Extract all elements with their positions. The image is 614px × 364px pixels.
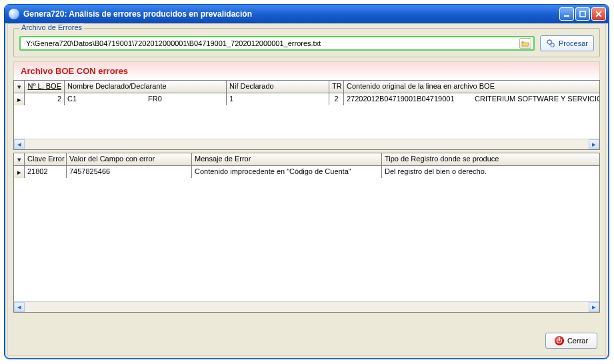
cell: 27202012B04719001B04719001 CRITERIUM SOF… — [344, 93, 599, 105]
scroll-left-icon[interactable]: ◂ — [14, 302, 25, 312]
table-row[interactable]: ▸ 2 C1 FR0 1 2 27202012B04719001B0471900… — [14, 93, 599, 105]
client-area: Archivo de Errores — [7, 23, 606, 356]
folder-open-icon — [521, 40, 529, 47]
close-dialog-button[interactable]: Cerrar — [545, 333, 597, 349]
close-icon — [595, 11, 602, 17]
scroll-left-icon[interactable]: ◂ — [14, 139, 25, 149]
cell: 1 — [227, 93, 329, 105]
col-valor[interactable]: Valor del Campo con error — [67, 153, 192, 165]
grid1-scrollbar[interactable]: ◂ ▸ — [14, 139, 599, 149]
boe-lines-grid[interactable]: ▾ Nº L. BOE Nombre Declarado/Declarante … — [13, 80, 600, 150]
table-row[interactable]: ▸ 21802 7457825466 Contenido improcedent… — [14, 166, 599, 178]
error-detail-grid[interactable]: ▾ Clave Error Valor del Campo con error … — [13, 153, 600, 313]
cell: 2 — [25, 93, 65, 105]
process-button-label: Procesar — [559, 39, 588, 47]
scroll-track[interactable] — [25, 302, 589, 312]
file-group-legend: Archivo de Errores — [19, 23, 84, 31]
file-group: Archivo de Errores — [13, 28, 600, 57]
minimize-icon — [563, 11, 570, 17]
error-banner: Archivo BOE CON errores — [13, 61, 600, 80]
cell: C1 FR0 — [65, 93, 227, 105]
filter-toggle-icon[interactable]: ▾ — [14, 153, 25, 165]
file-path-input[interactable] — [25, 39, 519, 48]
row-pointer-icon: ▸ — [14, 166, 25, 178]
process-button[interactable]: Procesar — [540, 35, 594, 51]
maximize-icon — [579, 11, 586, 17]
app-icon — [9, 9, 19, 19]
gear-icon — [546, 39, 555, 48]
col-clave[interactable]: Clave Error — [25, 153, 67, 165]
browse-button[interactable] — [519, 38, 531, 49]
filter-toggle-icon[interactable]: ▾ — [14, 81, 25, 93]
scroll-track[interactable] — [25, 139, 589, 149]
row-pointer-icon: ▸ — [14, 93, 25, 105]
cell: 21802 — [25, 166, 67, 178]
power-icon — [555, 336, 564, 345]
file-path-wrap — [19, 36, 535, 51]
close-dialog-label: Cerrar — [567, 337, 588, 345]
window-title: Genera720: Análisis de errores producido… — [23, 9, 558, 19]
col-mensaje[interactable]: Mensaje de Error — [192, 153, 382, 165]
cell: 7457825466 — [67, 166, 192, 178]
cell: Del registro del bien o derecho. — [382, 166, 599, 178]
col-tr[interactable]: TR — [329, 81, 344, 93]
scroll-right-icon[interactable]: ▸ — [589, 302, 599, 312]
col-boe-line[interactable]: Nº L. BOE — [25, 81, 65, 93]
cell: Contenido improcedente en "Código de Cue… — [192, 166, 382, 178]
col-tipo[interactable]: Tipo de Registro donde se produce — [382, 153, 599, 165]
grid2-scrollbar[interactable]: ◂ ▸ — [14, 301, 599, 312]
grid2-header: ▾ Clave Error Valor del Campo con error … — [14, 153, 599, 166]
close-button[interactable] — [591, 7, 606, 21]
scroll-right-icon[interactable]: ▸ — [589, 139, 599, 149]
col-contenido[interactable]: Contenido original de la linea en archiv… — [344, 81, 599, 93]
cell: 2 — [329, 93, 344, 105]
app-window: Genera720: Análisis de errores producido… — [4, 4, 609, 359]
svg-rect-0 — [564, 15, 569, 17]
svg-rect-1 — [580, 11, 585, 17]
col-nombre[interactable]: Nombre Declarado/Declarante — [65, 81, 227, 93]
minimize-button[interactable] — [559, 7, 574, 21]
titlebar[interactable]: Genera720: Análisis de errores producido… — [5, 5, 609, 23]
grid1-header: ▾ Nº L. BOE Nombre Declarado/Declarante … — [14, 81, 599, 93]
maximize-button[interactable] — [575, 7, 590, 21]
error-banner-text: Archivo BOE CON errores — [21, 66, 128, 76]
col-nif[interactable]: Nif Declarado — [227, 81, 329, 93]
